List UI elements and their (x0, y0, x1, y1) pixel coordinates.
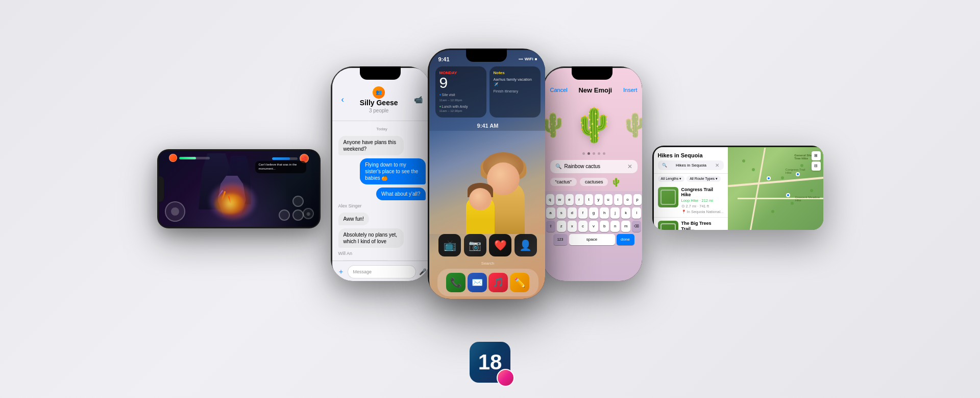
suggestion-cactuses[interactable]: cactuses (580, 178, 608, 186)
emoji-main-display: 🌵 (573, 106, 615, 145)
key-o[interactable]: o (624, 194, 632, 205)
mic-button[interactable]: 🎤 (419, 268, 427, 275)
sender-alex: Alex Singer (338, 203, 426, 208)
video-call-button[interactable]: 📹 (414, 96, 423, 104)
gaming-screen: 🔴 Can't believe that was in the monument… (159, 151, 319, 227)
key-g[interactable]: g (589, 207, 598, 219)
key-i[interactable]: i (614, 194, 622, 205)
game-btn-right[interactable] (292, 209, 304, 221)
key-a[interactable]: a (546, 207, 555, 219)
maps-filter-row: All Lengths ▾ All Route Types ▾ (654, 174, 728, 184)
map-road-1 (728, 176, 823, 187)
key-m[interactable]: m (621, 221, 630, 232)
game-btn-left[interactable] (279, 209, 290, 221)
game-btn-extra[interactable]: ⊕ (303, 208, 314, 219)
emoji-search-clear[interactable]: ✕ (627, 163, 632, 170)
maps-search-text: Hikes in Sequoia (676, 163, 706, 168)
appletv-icon[interactable]: 📺 (438, 234, 461, 256)
key-done[interactable]: done (617, 234, 634, 245)
time-label-1: Today (338, 127, 426, 131)
key-n[interactable]: n (610, 221, 620, 232)
key-f[interactable]: f (578, 207, 587, 219)
maps-search-icon: 🔍 (662, 163, 667, 168)
emoji-cancel-button[interactable]: Cancel (550, 87, 568, 93)
calendar-event-1: Site visit 11am – 12:30pm Lunch with And… (439, 92, 482, 113)
phone-app-icon[interactable]: 📞 (446, 273, 465, 292)
notes-app-icon[interactable]: ✏️ (510, 273, 529, 292)
trail-info-1: Congress Trail Hike Loop Hike · 212 mi ⊙… (681, 187, 724, 215)
maps-search-clear[interactable]: ✕ (715, 162, 719, 168)
key-z[interactable]: z (557, 221, 566, 232)
message-input[interactable]: Message (348, 265, 416, 278)
key-e[interactable]: e (566, 194, 574, 205)
map-pin-1[interactable] (767, 176, 771, 180)
suggestion-cactus-quote[interactable]: "cactus" (550, 178, 577, 186)
key-s[interactable]: s (557, 207, 566, 219)
trail-name-1: Congress Trail Hike (681, 187, 724, 198)
key-u[interactable]: u (604, 194, 612, 205)
key-space[interactable]: space (569, 234, 615, 245)
key-y[interactable]: y (595, 194, 603, 205)
music-app-icon[interactable]: 🎵 (488, 273, 508, 292)
emoji-search-field[interactable]: 🔍 Rainbow cactus ✕ (550, 160, 638, 173)
maps-filter-length[interactable]: All Lengths ▾ (658, 176, 685, 182)
maps-search-area: Hikes in Sequoia 🔍 Hikes in Sequoia ✕ (654, 147, 728, 174)
key-c[interactable]: c (578, 221, 587, 232)
key-v[interactable]: v (589, 221, 598, 232)
key-h[interactable]: h (600, 207, 609, 219)
signal-icon: ▪▪▪ (519, 57, 523, 61)
map-tree-5 (771, 210, 774, 213)
key-l[interactable]: l (632, 207, 641, 219)
ios18-logo-container: 18 (470, 342, 510, 383)
message-1: Anyone have plans this weekend? (338, 136, 404, 155)
home-time: 9:41 (438, 56, 450, 62)
key-t[interactable]: t (585, 194, 593, 205)
map-label-2: Congress TrailHike (786, 168, 805, 174)
emoji-alt-right: 🌵 (621, 111, 642, 138)
map-zoom-in[interactable]: ⊞ (812, 151, 821, 160)
trail-thumbnail-1 (658, 187, 678, 207)
trail-type-1: Loop Hike · 212 mi (681, 198, 724, 203)
maps-search-bar[interactable]: 🔍 Hikes in Sequoia ✕ (658, 160, 724, 170)
maps-result-2[interactable]: The Big Trees Trail... Loop Hike ⊙ 1.3 m… (654, 218, 728, 229)
camera-icon[interactable]: 📷 (464, 234, 486, 256)
mail-app-icon[interactable]: ✉️ (468, 273, 487, 292)
home-photo-area (429, 131, 545, 234)
notes-widget[interactable]: Notes Aarhus family vacation ✈️ Finish i… (489, 66, 541, 118)
maps-result-1[interactable]: Congress Trail Hike Loop Hike · 212 mi ⊙… (654, 184, 728, 218)
dot-1 (582, 152, 585, 155)
home-notch (466, 49, 507, 62)
key-w[interactable]: w (556, 194, 564, 205)
joystick-control[interactable] (165, 201, 185, 222)
key-p[interactable]: p (633, 194, 642, 205)
key-b[interactable]: b (600, 221, 609, 232)
filter-route-label: All Route Types (690, 177, 715, 180)
map-road-3 (749, 147, 766, 229)
landscape-notch (159, 176, 164, 202)
maps-filter-route[interactable]: All Route Types ▾ (687, 176, 721, 182)
key-x[interactable]: x (568, 221, 577, 232)
keyboard-row-1: q w e r t y u i o p (546, 194, 642, 205)
key-shift[interactable]: ⇧ (546, 221, 555, 232)
key-k[interactable]: k (621, 207, 630, 219)
game-btn-top[interactable] (292, 196, 304, 207)
key-j[interactable]: j (610, 207, 620, 219)
plus-button[interactable]: ＋ (337, 267, 345, 276)
key-delete[interactable]: ⌫ (632, 221, 641, 232)
calendar-widget[interactable]: MONDAY 9 Site visit 11am – 12:30pm Lunch… (435, 66, 486, 118)
map-layers[interactable]: ⊟ (812, 161, 821, 171)
key-123[interactable]: 123 (553, 234, 568, 245)
key-r[interactable]: r (575, 194, 583, 205)
health-icon[interactable]: ❤️ (489, 234, 511, 256)
emoji-insert-button[interactable]: Insert (623, 87, 638, 93)
message-3: What about y'all? (376, 188, 425, 200)
contacts-icon[interactable]: 👤 (514, 234, 537, 256)
sender-will: Will An (338, 251, 426, 256)
key-q[interactable]: q (546, 194, 554, 205)
emoji-search-icon: 🔍 (555, 163, 561, 169)
keyboard-row-3: ⇧ z x c v b n m ⌫ (546, 221, 642, 232)
map-tree-2 (752, 168, 755, 171)
key-d[interactable]: d (568, 207, 577, 219)
emoji-suggestions-bar: "cactus" cactuses 🌵 (544, 177, 642, 191)
map-pin-2[interactable] (786, 193, 790, 197)
